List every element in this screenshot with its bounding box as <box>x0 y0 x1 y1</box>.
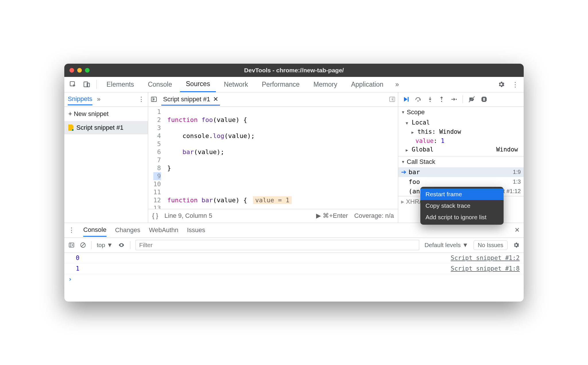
fullscreen-window-button[interactable] <box>85 68 90 73</box>
pause-exceptions-icon[interactable] <box>481 96 488 103</box>
snippet-file-icon <box>68 125 74 131</box>
tab-application[interactable]: Application <box>345 77 389 92</box>
close-tab-icon[interactable]: ✕ <box>213 96 218 103</box>
drawer-tab-console[interactable]: Console <box>83 226 107 237</box>
scope-local-label: Local <box>412 119 430 126</box>
svg-rect-10 <box>483 98 484 101</box>
cursor-position: Line 9, Column 5 <box>165 212 212 220</box>
call-stack-frame[interactable]: ➔bar1:9 <box>398 167 524 177</box>
tab-performance[interactable]: Performance <box>256 77 305 92</box>
clear-console-icon[interactable] <box>80 242 86 248</box>
inspect-icon[interactable] <box>67 79 79 90</box>
tab-elements[interactable]: Elements <box>101 77 140 92</box>
console-settings-icon[interactable] <box>513 242 520 248</box>
svg-point-6 <box>417 100 419 102</box>
console-context-selector[interactable]: top ▼ <box>97 242 113 248</box>
snippet-item-label: Script snippet #1 <box>76 124 123 131</box>
console-prompt[interactable]: › <box>64 274 524 284</box>
kebab-icon[interactable]: ⋮ <box>509 79 521 90</box>
main-tabs: Elements Console Sources Network Perform… <box>64 77 524 92</box>
drawer: ⋮ Console Changes WebAuthn Issues ✕ top … <box>64 223 524 302</box>
sidebar-tab-snippets[interactable]: Snippets <box>68 95 92 105</box>
svg-point-8 <box>441 101 442 102</box>
console-source-link[interactable]: Script snippet #1:8 <box>451 265 520 272</box>
run-snippet-button[interactable]: ▶ ⌘+Enter <box>316 212 348 220</box>
tab-memory[interactable]: Memory <box>308 77 343 92</box>
console-row: 1 Script snippet #1:8 <box>64 263 524 274</box>
console-output: 0 Script snippet #1:2 1 Script snippet #… <box>64 253 524 302</box>
scope-header[interactable]: ▼Scope <box>398 107 524 118</box>
editor-file-tab[interactable]: Script snippet #1 ✕ <box>161 93 220 106</box>
titlebar: DevTools - chrome://new-tab-page/ <box>64 64 524 77</box>
tab-sources[interactable]: Sources <box>180 77 216 92</box>
inline-value: value = 1 <box>253 196 292 204</box>
drawer-kebab-icon[interactable]: ⋮ <box>68 226 75 234</box>
step-into-icon[interactable] <box>427 96 433 103</box>
sidebar-kebab-icon[interactable]: ⋮ <box>138 96 144 103</box>
tab-console[interactable]: Console <box>142 77 178 92</box>
device-toggle-icon[interactable] <box>81 79 92 90</box>
watch-icon[interactable] <box>389 96 396 103</box>
console-filter-input[interactable] <box>136 240 419 250</box>
console-source-link[interactable]: Script snippet #1:2 <box>451 255 520 261</box>
toggle-navigator-icon[interactable] <box>150 96 157 103</box>
drawer-tab-changes[interactable]: Changes <box>115 226 140 234</box>
pretty-print-icon[interactable]: { } <box>152 212 158 220</box>
snippet-item[interactable]: Script snippet #1 <box>64 121 148 134</box>
console-sidebar-toggle-icon[interactable] <box>68 242 75 248</box>
resume-icon[interactable] <box>402 96 409 103</box>
step-icon[interactable] <box>450 96 457 103</box>
svg-point-9 <box>456 99 457 100</box>
minimize-window-button[interactable] <box>77 68 82 73</box>
devtools-window: DevTools - chrome://new-tab-page/ Elemen… <box>64 64 524 302</box>
sidebar: Snippets » ⋮ + New snippet Script snippe… <box>64 92 148 223</box>
settings-icon[interactable] <box>496 79 507 90</box>
window-title: DevTools - chrome://new-tab-page/ <box>64 67 524 74</box>
ctx-add-ignore-list[interactable]: Add script to ignore list <box>420 211 504 223</box>
console-levels-selector[interactable]: Default levels ▼ <box>424 242 468 248</box>
editor: Script snippet #1 ✕ 12345678910111213 fu… <box>148 92 398 223</box>
drawer-tab-webauthn[interactable]: WebAuthn <box>149 226 178 234</box>
sidebar-more-tabs-icon[interactable]: » <box>97 96 100 103</box>
close-window-button[interactable] <box>69 68 74 73</box>
svg-rect-5 <box>408 97 409 102</box>
line-gutter: 12345678910111213 <box>148 107 165 209</box>
step-over-icon[interactable] <box>414 96 422 103</box>
live-expression-icon[interactable] <box>118 242 125 248</box>
deactivate-breakpoints-icon[interactable] <box>468 96 475 103</box>
context-menu: Restart frame Copy stack trace Add scrip… <box>420 187 504 225</box>
coverage-label: Coverage: n/a <box>354 212 394 220</box>
no-issues-button[interactable]: No Issues <box>473 240 508 250</box>
debugger-panel: ▼Scope ▼ Local ▶ this: Window value: 1 ▶… <box>398 92 524 223</box>
drawer-close-icon[interactable]: ✕ <box>514 226 520 234</box>
editor-filename: Script snippet #1 <box>163 96 210 103</box>
step-out-icon[interactable] <box>438 96 445 103</box>
drawer-tab-issues[interactable]: Issues <box>187 226 205 234</box>
editor-status-bar: { } Line 9, Column 5 ▶ ⌘+Enter Coverage:… <box>148 209 398 223</box>
call-stack-header[interactable]: ▼Call Stack <box>398 156 524 167</box>
console-row: 0 Script snippet #1:2 <box>64 253 524 263</box>
tab-network[interactable]: Network <box>218 77 254 92</box>
svg-rect-11 <box>484 98 485 101</box>
more-tabs-icon[interactable]: » <box>391 79 403 90</box>
code-area[interactable]: 12345678910111213 function foo(value) { … <box>148 107 398 209</box>
ctx-restart-frame[interactable]: Restart frame <box>420 189 504 200</box>
call-stack-frame[interactable]: foo1:3 <box>398 177 524 187</box>
svg-point-7 <box>430 101 431 102</box>
ctx-copy-stack-trace[interactable]: Copy stack trace <box>420 200 504 211</box>
new-snippet-button[interactable]: + New snippet <box>64 107 148 121</box>
